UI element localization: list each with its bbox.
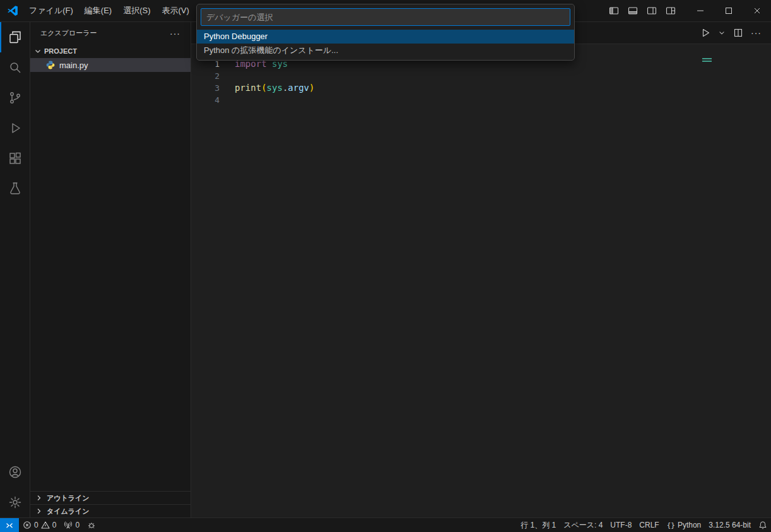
editor-actions: ··· <box>698 26 763 40</box>
timeline-pane-label: タイムライン <box>47 507 90 516</box>
vscode-window: ファイル(F)編集(E)選択(S)表示(V) ··· <box>0 0 771 532</box>
editor-group: ··· 1import sys23print(sys.argv)4 <box>191 22 771 517</box>
line-number: 3 <box>191 82 220 94</box>
code-editor[interactable]: 1import sys23print(sys.argv)4 <box>191 58 771 106</box>
sidebar-more-actions-icon[interactable]: ··· <box>170 28 180 38</box>
source-control-icon[interactable] <box>0 83 30 113</box>
cursor-position[interactable]: 行 1、列 1 <box>517 518 560 532</box>
window-controls <box>686 0 771 21</box>
close-button[interactable] <box>743 0 771 21</box>
menubar-item-1[interactable]: 編集(E) <box>79 0 117 21</box>
maximize-button[interactable] <box>714 0 743 21</box>
status-bar-right: 行 1、列 1 スペース: 4 UTF-8 CRLF {} Python 3.1… <box>517 518 771 532</box>
activity-bar-spacer <box>0 204 30 457</box>
quick-pick-input[interactable] <box>201 8 570 26</box>
minimize-button[interactable] <box>686 0 714 21</box>
layout-controls <box>605 3 680 19</box>
sidebar-header: エクスプローラー ··· <box>30 22 191 44</box>
quick-pick-list: Python DebuggerPython の拡張機能のインストール... <box>197 30 574 57</box>
search-icon[interactable] <box>0 52 30 83</box>
testing-icon[interactable] <box>0 174 30 204</box>
outline-pane-label: アウトライン <box>47 494 90 503</box>
python-interpreter[interactable]: 3.12.5 64-bit <box>705 518 755 532</box>
sidebar-bottom-panes: アウトライン タイムライン <box>30 491 191 517</box>
vscode-logo-icon <box>7 5 18 16</box>
file-item-main-py[interactable]: main.py <box>30 58 191 72</box>
line-number: 4 <box>191 94 220 106</box>
python-file-icon <box>45 60 56 70</box>
code-line[interactable]: 2 <box>191 70 771 82</box>
problems-indicator[interactable]: 0 0 <box>19 518 60 532</box>
error-count: 0 <box>34 521 38 529</box>
settings-gear-icon[interactable] <box>0 487 30 517</box>
run-python-file-button[interactable] <box>698 26 712 40</box>
quickpick-item-0[interactable]: Python Debugger <box>197 30 574 44</box>
line-number: 2 <box>191 70 220 82</box>
chevron-right-icon <box>34 506 44 516</box>
error-icon <box>23 521 32 529</box>
menubar-item-2[interactable]: 選択(S) <box>117 0 156 21</box>
sidebar-title: エクスプローラー <box>40 28 170 38</box>
quickpick-item-1[interactable]: Python の拡張機能のインストール... <box>197 44 574 57</box>
explorer-icon[interactable] <box>0 22 30 52</box>
activity-bar <box>0 22 30 517</box>
run-and-debug-icon[interactable] <box>0 113 30 143</box>
split-editor-button[interactable] <box>731 26 745 40</box>
eol-label: CRLF <box>639 521 659 529</box>
language-label: Python <box>678 521 701 529</box>
ports-indicator[interactable]: 0 <box>60 518 83 532</box>
extensions-icon[interactable] <box>0 143 30 174</box>
status-bar: 0 0 0 行 1、列 1 <box>0 517 771 532</box>
bell-icon <box>758 521 767 529</box>
code-line[interactable]: 3print(sys.argv) <box>191 82 771 94</box>
chevron-down-icon <box>33 46 43 56</box>
toggle-secondary-sidebar-icon[interactable] <box>643 3 661 19</box>
code-line[interactable]: 4 <box>191 94 771 106</box>
minimap-code-mark <box>702 61 712 62</box>
toggle-panel-icon[interactable] <box>624 3 642 19</box>
run-dropdown-chevron-icon[interactable] <box>716 27 727 38</box>
quick-pick-widget: Python DebuggerPython の拡張機能のインストール... <box>196 4 575 61</box>
project-section-header[interactable]: PROJECT <box>30 44 191 58</box>
file-name: main.py <box>59 61 88 70</box>
cursor-position-label: 行 1、列 1 <box>521 520 556 531</box>
project-section-label: PROJECT <box>44 47 77 55</box>
chevron-right-icon <box>34 493 44 503</box>
menu-bar: ファイル(F)編集(E)選択(S)表示(V) <box>23 0 195 21</box>
editor-more-actions-icon[interactable]: ··· <box>749 26 763 40</box>
outline-pane-header[interactable]: アウトライン <box>30 491 191 504</box>
ports-count: 0 <box>75 521 79 529</box>
accounts-icon[interactable] <box>0 457 30 487</box>
encoding[interactable]: UTF-8 <box>606 518 635 532</box>
notifications[interactable] <box>755 518 771 532</box>
toggle-primary-sidebar-icon[interactable] <box>605 3 623 19</box>
minimap[interactable] <box>702 58 712 62</box>
remote-indicator[interactable] <box>0 518 19 532</box>
warning-count: 0 <box>52 521 57 529</box>
minimap-code-mark <box>702 58 712 59</box>
explorer-sidebar: エクスプローラー ··· PROJECT main.py アウトライン <box>30 22 191 517</box>
language-status-icon: {} <box>667 521 675 529</box>
indentation-label: スペース: 4 <box>563 520 603 531</box>
eol-sequence[interactable]: CRLF <box>635 518 662 532</box>
encoding-label: UTF-8 <box>610 521 632 529</box>
menubar-item-3[interactable]: 表示(V) <box>156 0 195 21</box>
interpreter-label: 3.12.5 64-bit <box>709 521 751 529</box>
language-mode[interactable]: {} Python <box>663 518 705 532</box>
debug-status[interactable] <box>83 518 100 532</box>
customize-layout-icon[interactable] <box>662 3 680 19</box>
warning-icon <box>41 521 50 529</box>
code-text: print(sys.argv) <box>235 82 314 94</box>
radio-tower-icon <box>64 521 73 529</box>
menubar-item-0[interactable]: ファイル(F) <box>23 0 79 21</box>
debug-icon <box>87 521 96 529</box>
timeline-pane-header[interactable]: タイムライン <box>30 504 191 517</box>
indentation[interactable]: スペース: 4 <box>560 518 606 532</box>
